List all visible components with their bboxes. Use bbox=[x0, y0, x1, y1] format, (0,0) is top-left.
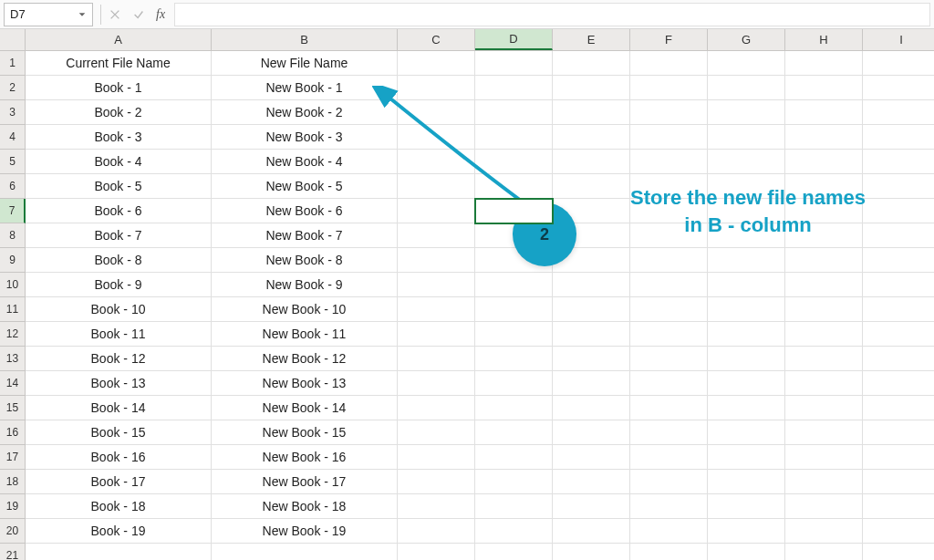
column-header-I[interactable]: I bbox=[863, 29, 934, 50]
cell-F12[interactable] bbox=[630, 322, 708, 347]
cell-I2[interactable] bbox=[863, 76, 934, 100]
cell-G3[interactable] bbox=[708, 100, 785, 125]
cell-B3[interactable]: New Book - 2 bbox=[212, 100, 398, 125]
cell-C3[interactable] bbox=[398, 100, 475, 125]
cell-A11[interactable]: Book - 10 bbox=[26, 297, 212, 322]
row-header-5[interactable]: 5 bbox=[0, 150, 26, 174]
confirm-icon[interactable] bbox=[127, 3, 150, 26]
cell-G11[interactable] bbox=[708, 297, 785, 322]
cell-G14[interactable] bbox=[708, 371, 785, 396]
cell-G19[interactable] bbox=[708, 494, 785, 519]
cell-C12[interactable] bbox=[398, 322, 475, 347]
cell-D20[interactable] bbox=[475, 519, 553, 544]
cell-E5[interactable] bbox=[553, 150, 630, 174]
cell-C11[interactable] bbox=[398, 297, 475, 322]
cell-B6[interactable]: New Book - 5 bbox=[212, 174, 398, 199]
cell-G1[interactable] bbox=[708, 51, 785, 76]
row-header-6[interactable]: 6 bbox=[0, 174, 26, 199]
cell-I3[interactable] bbox=[863, 100, 934, 125]
cell-C13[interactable] bbox=[398, 347, 475, 371]
cancel-icon[interactable] bbox=[103, 3, 127, 26]
cell-D12[interactable] bbox=[475, 322, 553, 347]
cell-E8[interactable] bbox=[553, 223, 630, 248]
row-header-17[interactable]: 17 bbox=[0, 445, 26, 470]
row-header-20[interactable]: 20 bbox=[0, 519, 26, 544]
cell-C20[interactable] bbox=[398, 519, 475, 544]
cell-E15[interactable] bbox=[553, 396, 630, 420]
cell-F5[interactable] bbox=[630, 150, 708, 174]
cell-F1[interactable] bbox=[630, 51, 708, 76]
row-header-16[interactable]: 16 bbox=[0, 420, 26, 445]
cell-A1[interactable]: Current File Name bbox=[26, 51, 212, 76]
cell-G4[interactable] bbox=[708, 125, 785, 150]
cell-A8[interactable]: Book - 7 bbox=[26, 223, 212, 248]
cell-H9[interactable] bbox=[785, 248, 863, 273]
cell-D13[interactable] bbox=[475, 347, 553, 371]
cell-H16[interactable] bbox=[785, 420, 863, 445]
row-header-9[interactable]: 9 bbox=[0, 248, 26, 273]
cell-I9[interactable] bbox=[863, 248, 934, 273]
cell-B7[interactable]: New Book - 6 bbox=[212, 199, 398, 223]
cell-E19[interactable] bbox=[553, 494, 630, 519]
cell-E1[interactable] bbox=[553, 51, 630, 76]
cell-H12[interactable] bbox=[785, 322, 863, 347]
cell-E18[interactable] bbox=[553, 470, 630, 494]
column-header-G[interactable]: G bbox=[708, 29, 785, 50]
column-header-C[interactable]: C bbox=[398, 29, 475, 50]
row-header-1[interactable]: 1 bbox=[0, 51, 26, 76]
select-all-corner[interactable] bbox=[0, 29, 26, 51]
cell-I18[interactable] bbox=[863, 470, 934, 494]
cell-C7[interactable] bbox=[398, 199, 475, 223]
cell-B15[interactable]: New Book - 14 bbox=[212, 396, 398, 420]
cell-D4[interactable] bbox=[475, 125, 553, 150]
cell-H11[interactable] bbox=[785, 297, 863, 322]
cell-E3[interactable] bbox=[553, 100, 630, 125]
cell-F8[interactable] bbox=[630, 223, 708, 248]
cell-G18[interactable] bbox=[708, 470, 785, 494]
cell-C18[interactable] bbox=[398, 470, 475, 494]
row-header-13[interactable]: 13 bbox=[0, 347, 26, 371]
cell-F20[interactable] bbox=[630, 519, 708, 544]
cell-E14[interactable] bbox=[553, 371, 630, 396]
cell-A17[interactable]: Book - 16 bbox=[26, 445, 212, 470]
cell-C15[interactable] bbox=[398, 396, 475, 420]
cell-G8[interactable] bbox=[708, 223, 785, 248]
cell-E16[interactable] bbox=[553, 420, 630, 445]
cell-D15[interactable] bbox=[475, 396, 553, 420]
cell-A9[interactable]: Book - 8 bbox=[26, 248, 212, 273]
cell-I13[interactable] bbox=[863, 347, 934, 371]
cell-H18[interactable] bbox=[785, 470, 863, 494]
cell-I17[interactable] bbox=[863, 445, 934, 470]
cell-F2[interactable] bbox=[630, 76, 708, 100]
row-header-19[interactable]: 19 bbox=[0, 494, 26, 519]
cell-A21[interactable] bbox=[26, 544, 212, 560]
cell-I10[interactable] bbox=[863, 273, 934, 297]
column-header-E[interactable]: E bbox=[553, 29, 630, 50]
cell-A6[interactable]: Book - 5 bbox=[26, 174, 212, 199]
cell-B10[interactable]: New Book - 9 bbox=[212, 273, 398, 297]
cell-D21[interactable] bbox=[475, 544, 553, 560]
cell-C8[interactable] bbox=[398, 223, 475, 248]
cell-A5[interactable]: Book - 4 bbox=[26, 150, 212, 174]
cell-A3[interactable]: Book - 2 bbox=[26, 100, 212, 125]
cell-A13[interactable]: Book - 12 bbox=[26, 347, 212, 371]
row-header-7[interactable]: 7 bbox=[0, 199, 26, 223]
column-header-D[interactable]: D bbox=[475, 29, 553, 50]
cell-I11[interactable] bbox=[863, 297, 934, 322]
column-header-B[interactable]: B bbox=[212, 29, 398, 50]
cell-D9[interactable] bbox=[475, 248, 553, 273]
row-header-8[interactable]: 8 bbox=[0, 223, 26, 248]
cell-D8[interactable] bbox=[475, 223, 553, 248]
cell-E11[interactable] bbox=[553, 297, 630, 322]
cell-I12[interactable] bbox=[863, 322, 934, 347]
cell-C1[interactable] bbox=[398, 51, 475, 76]
cell-D5[interactable] bbox=[475, 150, 553, 174]
cell-B18[interactable]: New Book - 17 bbox=[212, 470, 398, 494]
cell-I21[interactable] bbox=[863, 544, 934, 560]
cell-A4[interactable]: Book - 3 bbox=[26, 125, 212, 150]
cell-H17[interactable] bbox=[785, 445, 863, 470]
cell-B13[interactable]: New Book - 12 bbox=[212, 347, 398, 371]
cell-B11[interactable]: New Book - 10 bbox=[212, 297, 398, 322]
cell-I8[interactable] bbox=[863, 223, 934, 248]
cell-G20[interactable] bbox=[708, 519, 785, 544]
